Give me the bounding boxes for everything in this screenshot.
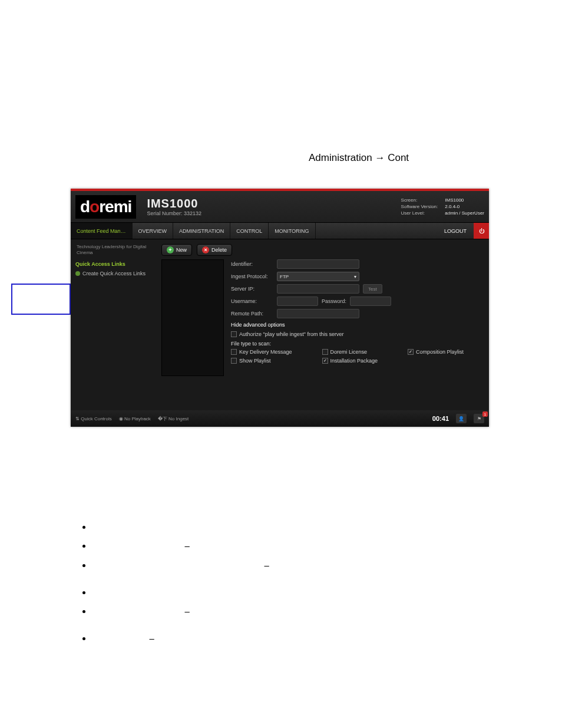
license-checkbox[interactable]: Doremi License [322, 349, 398, 355]
list-item: x [92, 521, 500, 533]
x-icon: × [202, 246, 209, 253]
breadcrumb-a: Administration [309, 152, 372, 163]
quick-controls[interactable]: ⇅ Quick Controls [75, 416, 112, 421]
breadcrumb-arrow: → [375, 152, 385, 163]
list-item: xxxxxxxxxxxxxxxxxxxxx– [92, 540, 500, 552]
toggle-advanced[interactable]: Hide advanced options [231, 322, 483, 328]
tab-bar: Content Feed Man… OVERVIEW ADMINISTRATIO… [71, 223, 489, 239]
screenshot: doremi IMS1000 Serial Number: 332132 Scr… [71, 189, 489, 427]
tab-monitoring[interactable]: MONITORING [269, 223, 315, 239]
list-item: xxxxxxxxxxxxxxxxxxxxx– [92, 605, 500, 625]
playback-status: ◉ No Playback [119, 416, 151, 421]
tab-content-feed[interactable]: Content Feed Man… [71, 223, 133, 239]
remote-path-input[interactable] [277, 309, 359, 318]
test-button[interactable]: Test [363, 284, 382, 294]
create-quick-links[interactable]: Create Quick Access Links [75, 271, 151, 276]
tab-administration[interactable]: ADMINISTRATION [173, 223, 230, 239]
server-form: Identifier: Ingest Protocol:FTP▾ Server … [231, 259, 483, 376]
identifier-input[interactable] [277, 259, 359, 269]
bullet-icon [75, 271, 80, 276]
tab-overview[interactable]: OVERVIEW [133, 223, 173, 239]
header-meta: Screen:IMS1000 Software Version:2.0.4-0 … [401, 197, 484, 216]
sidebar: Technology Leadership for Digital Cinema… [71, 239, 156, 409]
remote-path-label: Remote Path: [231, 311, 273, 317]
serial-number: Serial Number: 332132 [147, 210, 201, 216]
server-ip-input[interactable] [277, 284, 359, 294]
identifier-label: Identifier: [231, 261, 273, 267]
file-type-heading: File type to scan: [231, 341, 483, 347]
app-header: doremi IMS1000 Serial Number: 332132 Scr… [71, 191, 489, 223]
product-name: IMS1000 [147, 197, 201, 210]
password-label: Password: [322, 298, 346, 304]
kdm-checkbox[interactable]: Key Delivery Message [231, 349, 312, 355]
logo: doremi [75, 195, 136, 219]
username-label: Username: [231, 298, 273, 304]
ingest-protocol-select[interactable]: FTP▾ [277, 272, 359, 281]
tagline: Technology Leadership for Digital Cinema [77, 244, 151, 255]
password-input[interactable] [350, 297, 391, 306]
ingest-protocol-label: Ingest Protocol: [231, 274, 273, 279]
user-icon[interactable]: 👤 [456, 414, 467, 423]
status-bar: ⇅ Quick Controls ◉ No Playback �下 No Ing… [71, 410, 489, 427]
username-input[interactable] [277, 297, 318, 306]
main-pane: +New ×Delete Identifier: Ingest Protocol… [156, 239, 489, 409]
server-ip-label: Server IP: [231, 286, 273, 292]
authorize-play-checkbox[interactable]: Authorize "play while ingest" from this … [231, 331, 483, 337]
alerts-icon[interactable]: ⚑1 [474, 414, 484, 423]
breadcrumb-b: Cont [388, 152, 409, 163]
pkg-checkbox[interactable]: Installation Package [322, 358, 398, 364]
clock: 00:41 [432, 415, 449, 422]
spl-checkbox[interactable]: Show Playlist [231, 358, 312, 364]
power-icon[interactable]: ⏻ [474, 223, 489, 239]
list-item: xxxxxxxxxxxxx– [92, 633, 500, 653]
new-button[interactable]: +New [161, 244, 192, 256]
delete-button[interactable]: ×Delete [197, 244, 232, 256]
tab-control[interactable]: CONTROL [230, 223, 269, 239]
list-item: x [92, 587, 500, 598]
bullet-list: x xxxxxxxxxxxxxxxxxxxxx– xxxxxxxxxxxxxxx… [75, 521, 500, 660]
ingest-status: �下 No Ingest [158, 416, 189, 422]
chevron-down-icon: ▾ [354, 274, 356, 279]
quick-links-title: Quick Access Links [75, 261, 151, 267]
list-item: xxxxxxxxxxxxxxxxxxxxxxxxxxxxxxxxxxxxxxx– [92, 559, 500, 579]
logout-button[interactable]: LOGOUT [437, 223, 474, 239]
cpl-checkbox[interactable]: Composition Playlist [408, 349, 483, 355]
callout-box [11, 284, 71, 315]
server-list[interactable] [161, 259, 224, 376]
product-block: IMS1000 Serial Number: 332132 [147, 197, 201, 216]
breadcrumb: Administration → Cont [309, 152, 409, 164]
plus-icon: + [167, 246, 174, 253]
